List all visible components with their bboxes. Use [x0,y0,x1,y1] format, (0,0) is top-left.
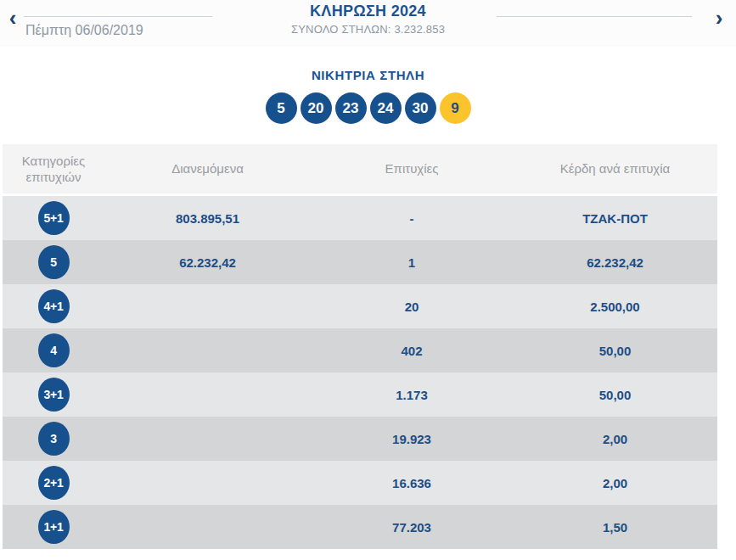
category-badge: 4+1 [38,289,70,323]
winning-column-section: ΝΙΚΗΤΡΙΑ ΣΤΗΛΗ 5 20 23 24 30 9 [0,68,736,124]
prize-value: 50,00 [513,388,717,402]
wins-value: 16.636 [311,476,513,490]
wins-value: 402 [311,344,513,358]
wins-value: 1 [311,255,513,270]
table-row: 5+1 803.895,51 - ΤΖΑΚ-ΠΟΤ [3,196,717,240]
winning-number-ball: 20 [301,92,332,124]
distributed-value: 62.232,42 [104,255,311,270]
winning-number-ball: 5 [266,92,297,124]
category-badge: 3 [38,422,70,456]
prize-value: 50,00 [513,344,717,358]
prize-tiers-table: Κατηγορίες επιτυχιών Διανεμόμενα Επιτυχί… [3,144,717,549]
prize-value: 62.232,42 [513,255,717,270]
column-header-prize: Κέρδη ανά επιτυχία [513,160,717,177]
prize-value: ΤΖΑΚ-ΠΟΤ [513,211,717,226]
column-header-distributed: Διανεμόμενα [104,160,311,177]
prize-value: 2,00 [513,432,717,446]
table-row: 2+1 16.636 2,00 [3,461,717,505]
distributed-value: 803.895,51 [104,211,311,226]
prize-value: 2.500,00 [513,300,717,314]
category-badge: 5+1 [38,201,70,235]
winning-number-ball: 24 [370,92,402,124]
prize-value: 1,50 [513,520,717,535]
draw-title: ΚΛΗΡΩΣΗ 2024 [0,3,736,20]
wins-value: 77.203 [311,520,513,535]
category-badge: 2+1 [38,466,70,500]
draw-navigation: ‹ ΚΛΗΡΩΣΗ 2024 ΣΥΝΟΛΟ ΣΤΗΛΩΝ: 3.232.853 … [0,0,736,47]
table-row: 4 402 50,00 [3,328,717,372]
wins-value: 1.173 [311,388,513,402]
table-row: 3 19.923 2,00 [3,417,717,461]
table-row: 4+1 20 2.500,00 [3,284,717,328]
winning-number-ball: 30 [405,92,436,124]
table-header-row: Κατηγορίες επιτυχιών Διανεμόμενα Επιτυχί… [3,144,717,193]
column-header-category: Κατηγορίες επιτυχιών [13,153,94,186]
prize-value: 2,00 [513,476,717,490]
wins-value: 19.923 [311,432,513,446]
wins-value: 20 [311,300,513,314]
next-draw-button[interactable]: › [709,7,729,29]
table-row: 1+1 77.203 1,50 [3,505,717,549]
draw-date: Πέμπτη 06/06/2019 [25,23,143,38]
table-row: 5 62.232,42 1 62.232,42 [3,240,717,284]
winning-numbers: 5 20 23 24 30 9 [0,92,736,124]
category-badge: 5 [38,245,70,279]
category-badge: 4 [38,333,70,367]
table-row: 3+1 1.173 50,00 [3,372,717,417]
column-header-wins: Επιτυχίες [311,160,513,177]
divider-line [497,16,692,17]
winning-number-ball: 23 [335,92,367,124]
table-body: 5+1 803.895,51 - ΤΖΑΚ-ΠΟΤ 5 62.232,42 1 … [3,196,717,549]
wins-value: - [311,211,513,226]
category-badge: 3+1 [38,378,70,412]
category-badge: 1+1 [38,510,70,544]
winning-column-heading: ΝΙΚΗΤΡΙΑ ΣΤΗΛΗ [0,68,736,82]
bonus-number-ball: 9 [440,92,471,124]
